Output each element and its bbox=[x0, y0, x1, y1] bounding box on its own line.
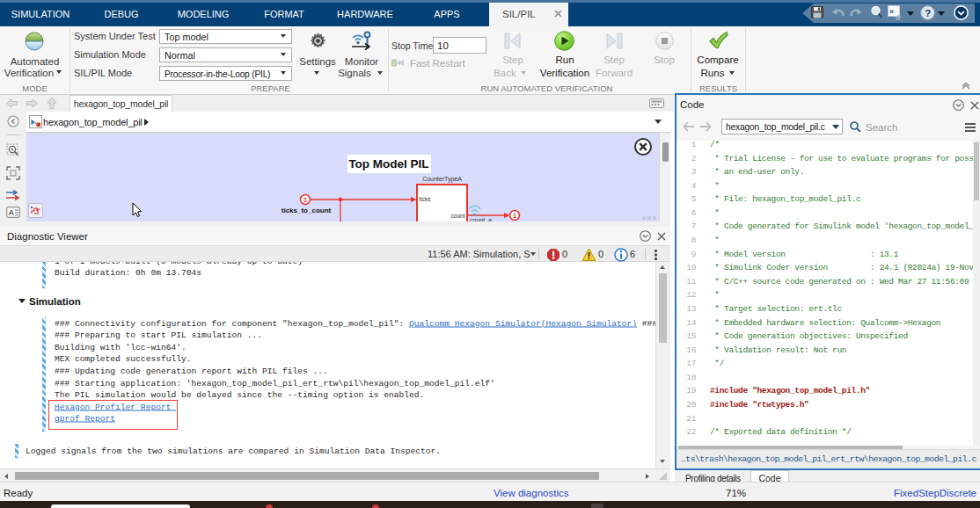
svg-text:?: ? bbox=[925, 8, 931, 18]
svg-text:A: A bbox=[9, 208, 15, 217]
svg-text:»: » bbox=[889, 7, 894, 16]
svg-text:ticks: ticks bbox=[420, 196, 432, 202]
svg-text:count: count bbox=[451, 213, 465, 219]
svg-text:1: 1 bbox=[304, 196, 308, 204]
svg-text:1: 1 bbox=[513, 212, 517, 220]
svg-text:ticks_to_count: ticks_to_count bbox=[282, 207, 332, 214]
svg-text:Top Model PIL: Top Model PIL bbox=[348, 157, 428, 171]
svg-text:CounterTypeA: CounterTypeA bbox=[422, 176, 462, 183]
